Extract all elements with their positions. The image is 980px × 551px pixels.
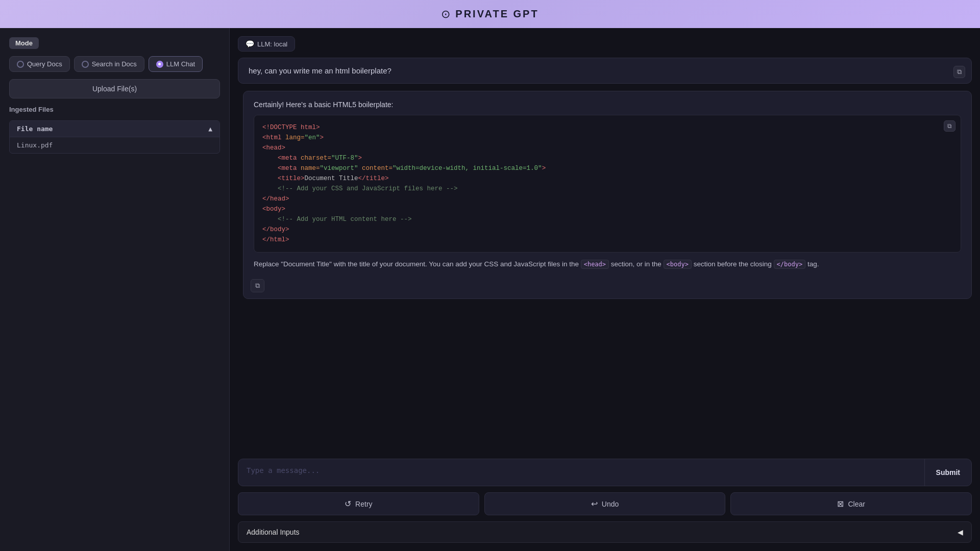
action-buttons: ↺ Retry ↩ Undo ⊠ Clear — [238, 492, 972, 515]
footer-text-3: section before the closing — [692, 260, 774, 268]
clear-button[interactable]: ⊠ Clear — [730, 492, 972, 515]
radio-query-docs — [17, 61, 24, 68]
clear-icon: ⊠ — [837, 499, 844, 509]
code-line-12: </html> — [262, 235, 952, 245]
code-block: ⧉ <!DOCTYPE html> <html lang="en"> <head… — [254, 115, 961, 253]
chat-icon: 💬 — [246, 40, 254, 48]
spacer — [254, 276, 961, 291]
inline-code-head: <head> — [581, 260, 609, 269]
submit-button[interactable]: Submit — [924, 459, 971, 486]
additional-inputs-bar[interactable]: Additional Inputs ◀ — [238, 521, 972, 543]
user-message-text: hey, can you write me an html boilerplat… — [249, 66, 391, 75]
retry-icon: ↺ — [345, 499, 351, 509]
retry-button[interactable]: ↺ Retry — [238, 492, 479, 515]
code-line-2: <html lang="en"> — [262, 133, 952, 143]
code-line-6: <title>Document Title</title> — [262, 173, 952, 184]
clear-label: Clear — [848, 500, 865, 508]
assistant-message: Certainly! Here's a basic HTML5 boilerpl… — [243, 91, 972, 299]
retry-label: Retry — [355, 500, 372, 508]
undo-icon: ↩ — [591, 499, 598, 509]
github-icon: ⊙ — [441, 8, 450, 21]
code-line-8: </head> — [262, 194, 952, 204]
assistant-intro-text: Certainly! Here's a basic HTML5 boilerpl… — [254, 101, 961, 109]
chat-area: 💬 LLM: local hey, can you write me an ht… — [230, 28, 980, 551]
copy-assistant-message-button[interactable]: ⧉ — [251, 279, 264, 292]
mode-buttons: Query Docs Search in Docs LLM Chat — [9, 56, 220, 72]
code-line-1: <!DOCTYPE html> — [262, 122, 952, 133]
inline-code-close-body: </body> — [774, 260, 806, 269]
mode-btn-llm-chat[interactable]: LLM Chat — [149, 56, 203, 72]
footer-text-4: tag. — [805, 260, 819, 268]
main-layout: Mode Query Docs Search in Docs LLM Chat … — [0, 28, 980, 551]
message-input[interactable] — [238, 459, 924, 486]
code-line-5: <meta name="viewport" content="width=dev… — [262, 163, 952, 173]
additional-inputs-label: Additional Inputs — [247, 528, 300, 536]
mode-btn-query-docs[interactable]: Query Docs — [9, 56, 70, 72]
message-input-area: Submit — [238, 459, 972, 486]
assistant-message-wrapper: Certainly! Here's a basic HTML5 boilerpl… — [238, 91, 972, 299]
assistant-footer-text: Replace "Document Title" with the title … — [254, 259, 961, 270]
app-title: PRIVATE GPT — [455, 8, 538, 20]
chevron-left-icon: ◀ — [958, 528, 963, 536]
code-line-3: <head> — [262, 143, 952, 153]
undo-button[interactable]: ↩ Undo — [484, 492, 726, 515]
llm-badge-text: LLM: local — [257, 40, 287, 48]
copy-code-button[interactable]: ⧉ — [944, 120, 955, 132]
code-line-9: <body> — [262, 204, 952, 214]
code-line-10: <!-- Add your HTML content here --> — [262, 214, 952, 224]
code-line-11: </body> — [262, 224, 952, 235]
footer-text-1: Replace "Document Title" with the title … — [254, 260, 581, 268]
mode-label-search-in-docs: Search in Docs — [92, 60, 137, 68]
mode-label-query-docs: Query Docs — [27, 60, 62, 68]
messages-container: hey, can you write me an html boilerplat… — [238, 58, 972, 453]
mode-label-llm-chat: LLM Chat — [166, 60, 195, 68]
copy-user-message-button[interactable]: ⧉ — [953, 66, 965, 78]
upload-files-button[interactable]: Upload File(s) — [9, 79, 220, 98]
sidebar: Mode Query Docs Search in Docs LLM Chat … — [0, 28, 230, 551]
llm-badge: 💬 LLM: local — [238, 36, 295, 52]
undo-label: Undo — [602, 500, 619, 508]
radio-llm-chat — [156, 61, 163, 68]
radio-search-in-docs — [82, 61, 89, 68]
mode-label: Mode — [9, 37, 39, 49]
code-line-4: <meta charset="UTF-8"> — [262, 153, 952, 163]
ingested-files-label: Ingested Files — [9, 106, 220, 113]
code-line-7: <!-- Add your CSS and JavaScript files h… — [262, 184, 952, 194]
file-column-name: File name — [17, 125, 53, 133]
file-name: Linux.pdf — [17, 141, 53, 149]
sort-icon: ▲ — [208, 125, 212, 133]
list-item[interactable]: Linux.pdf — [10, 137, 219, 153]
user-message: hey, can you write me an html boilerplat… — [238, 58, 972, 84]
inline-code-body: <body> — [664, 260, 692, 269]
header: ⊙ PRIVATE GPT — [0, 0, 980, 28]
file-table: File name ▲ Linux.pdf — [9, 120, 220, 154]
footer-text-2: section, or in the — [609, 260, 664, 268]
mode-btn-search-in-docs[interactable]: Search in Docs — [74, 56, 144, 72]
file-table-header: File name ▲ — [10, 121, 219, 137]
